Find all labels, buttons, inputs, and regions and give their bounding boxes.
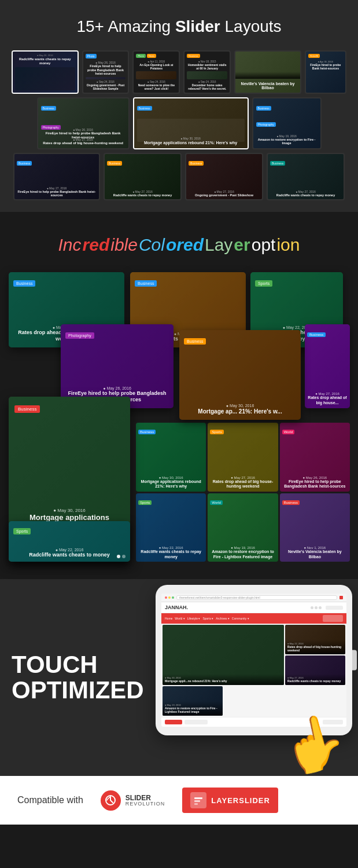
slider-row-3: Business ● May 27, 2016 FireEye hired to… bbox=[12, 153, 346, 200]
layerslider-badge[interactable]: LAYERSLIDER bbox=[182, 788, 278, 813]
layerslider-icon bbox=[190, 792, 206, 808]
slider-row-2: Business ● May 27, 2016 Rates drop ahead… bbox=[12, 97, 346, 149]
colored-layer-title: Incredible Colored Layer option bbox=[9, 235, 349, 255]
slider-layouts-title: 15+ Amazing Slider Layouts bbox=[12, 17, 346, 36]
tablet-menu-item: Sports ▾ bbox=[202, 617, 213, 620]
tablet-logo: JANNAH. bbox=[165, 605, 188, 610]
list-item[interactable]: Business ● May 19, 2016 Amazon to restor… bbox=[252, 97, 322, 149]
list-item[interactable]: Business ● May 27, 2016 FireEye hired to… bbox=[13, 153, 100, 200]
list-item[interactable]: ● May 26, 2016 Radcliffe wants cheats to… bbox=[12, 50, 79, 94]
slider-revolution-text: SLIDER REVOLUTION bbox=[126, 794, 165, 807]
list-item[interactable]: HomeBi ● Apr 30, 2016 FireEye hired to p… bbox=[305, 50, 346, 94]
tablet-menu-item: Archives ▾ bbox=[216, 617, 230, 620]
touch-title: TOUCH OPTIMIZED bbox=[12, 652, 127, 703]
tablet-menu: Home World ▾ Lifestyle ▾ Sports ▾ Archiv… bbox=[161, 613, 346, 624]
tablet-main-card: ● May 30, 2016 Mortgage appli...ns rebou… bbox=[163, 625, 284, 685]
touch-optimized-section: TOUCH OPTIMIZED themeforest.net/item/sma… bbox=[0, 579, 358, 776]
list-item[interactable]: Business ● May 27, 2016 Rates drop ahead… bbox=[37, 97, 130, 149]
slider-revolution-badge[interactable]: SLIDER REVOLUTION bbox=[101, 790, 165, 811]
list-item[interactable]: Business ● May 27, 2016 Ongoing governme… bbox=[185, 153, 263, 200]
tablet-menu-item: Lifestyle ▾ bbox=[187, 617, 201, 620]
slider-layouts-section: 15+ Amazing Slider Layouts ● May 26, 201… bbox=[0, 0, 358, 212]
list-item[interactable]: Photo ● May 26, 2016 FireEye hired to he… bbox=[82, 50, 130, 94]
touch-text-block: TOUCH OPTIMIZED bbox=[12, 652, 127, 703]
list-item[interactable]: Business ● May 27, 2016 Radcliffe wants … bbox=[267, 153, 345, 200]
tablet-side-card-3: ● May 19, 2016 Amazon to restore encrypt… bbox=[163, 686, 223, 716]
layerslider-text: LAYERSLIDER bbox=[211, 796, 270, 805]
list-item[interactable]: PhotoNews ● Apr 11, 2016 An Eye-Opening … bbox=[132, 50, 180, 94]
svg-rect-2 bbox=[194, 800, 200, 802]
tablet-navbar: JANNAH. bbox=[161, 602, 346, 613]
svg-rect-3 bbox=[194, 803, 198, 805]
colored-mini-grid: Business ● May 30, 2016 Mortgage applica… bbox=[136, 423, 350, 562]
tablet-side-card-2: ● May 27, 2016 Radcliffe wants cheats to… bbox=[285, 655, 345, 685]
color-card-5: Business ● May 30, 2016 Mortgage ap... 2… bbox=[179, 330, 301, 420]
tablet-content-area: ● May 30, 2016 Mortgage appli...ns rebou… bbox=[161, 624, 346, 717]
list-item[interactable]: Business ● May 27, 2016 Radcliffe wants … bbox=[104, 153, 182, 200]
tablet-menu-item: Home bbox=[165, 617, 172, 620]
tablet-menu-item: Community ▾ bbox=[232, 617, 249, 620]
list-item[interactable]: Business ● May 30, 2016 Mortgage applica… bbox=[133, 97, 249, 149]
slider-revolution-icon bbox=[101, 790, 121, 811]
tablet-menu-item: World ▾ bbox=[175, 617, 184, 620]
colored-cards-display: Business ● May 27, 2016 Rates drop ahead… bbox=[9, 272, 350, 562]
compatible-label: Compatible with bbox=[17, 795, 83, 805]
slider-row-1: ● May 26, 2016 Radcliffe wants cheats to… bbox=[12, 50, 346, 94]
color-card-6: Business ● May 27, 2016 Rates drop ahead… bbox=[305, 324, 350, 408]
list-item[interactable]: Neville's Valencia beaten by Bilbao bbox=[234, 50, 301, 94]
compatible-section: Compatible with SLIDER REVOLUTION LAYERS… bbox=[0, 776, 358, 825]
color-card-sports: Sports ● May 22, 2016 Radcliffe wants ch… bbox=[9, 521, 130, 562]
svg-rect-1 bbox=[194, 797, 202, 799]
slider-grid: ● May 26, 2016 Radcliffe wants cheats to… bbox=[12, 50, 346, 200]
colored-layer-section: Incredible Colored Layer option Business… bbox=[0, 212, 358, 579]
color-card-4: Photography ● May 26, 2016 FireEye hired… bbox=[61, 324, 174, 408]
list-item[interactable]: Business ● Nov 18, 2015 Homeslider senti… bbox=[183, 50, 231, 94]
tablet-side-card-1: ● May 22, 2016 Rates drop ahead of big h… bbox=[285, 625, 345, 654]
